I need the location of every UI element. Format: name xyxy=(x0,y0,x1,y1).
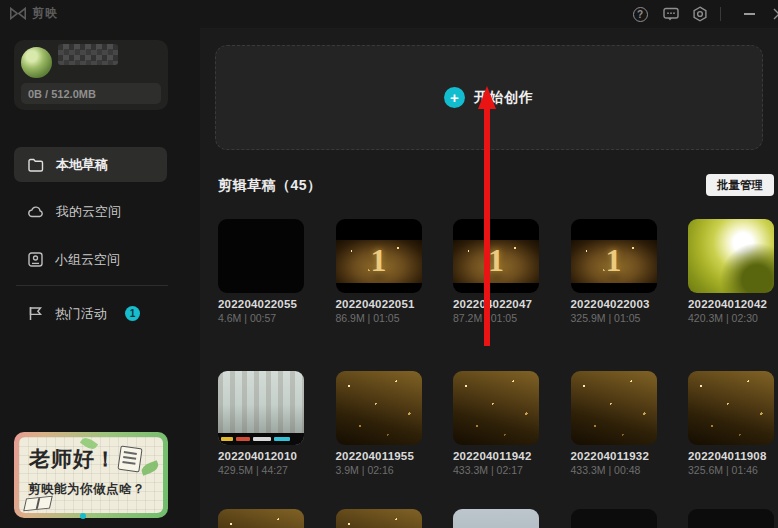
feedback-icon xyxy=(663,7,679,22)
draft-card xyxy=(336,509,422,528)
draft-name: 202204012042 xyxy=(688,298,774,310)
drafts-section-title: 剪辑草稿（45） xyxy=(218,177,322,195)
username-blurred xyxy=(58,44,118,65)
draft-card: 202204011955 3.9M | 02:16 xyxy=(336,371,422,476)
start-creating-label: 开始创作 xyxy=(474,89,534,107)
draft-thumbnail[interactable] xyxy=(218,371,304,445)
draft-thumbnail[interactable] xyxy=(218,219,304,293)
minimize-icon xyxy=(744,13,755,15)
sidebar-item-label: 我的云空间 xyxy=(56,203,121,221)
main-panel: + 开始创作 剪辑草稿（45） 批量管理 202204022055 4.6M |… xyxy=(200,28,778,528)
drafts-row: 202204022055 4.6M | 00:57 1 202204022051… xyxy=(218,219,774,324)
sidebar-item-local-drafts[interactable]: 本地草稿 xyxy=(14,147,167,182)
draft-name: 202204022055 xyxy=(218,298,304,310)
draft-card xyxy=(218,509,304,528)
draft-thumbnail[interactable]: 1 xyxy=(336,219,422,293)
gold-band: 1 xyxy=(571,240,657,283)
sidebar-item-label: 小组云空间 xyxy=(55,251,120,269)
draft-meta: 87.2M | 01:05 xyxy=(453,312,539,324)
notebook-doodle-icon xyxy=(117,446,142,473)
draft-meta: 433.3M | 00:48 xyxy=(571,464,657,476)
app-name: 剪映 xyxy=(32,5,58,22)
draft-thumbnail[interactable] xyxy=(688,219,774,293)
draft-name: 202204022051 xyxy=(336,298,422,310)
draft-card: 202204012010 429.5M | 44:27 xyxy=(218,371,304,476)
draft-meta: 3.9M | 02:16 xyxy=(336,464,422,476)
gear-icon xyxy=(692,6,708,22)
draft-thumbnail[interactable] xyxy=(571,509,657,528)
sidebar-item-hot-activities[interactable]: 热门活动 1 xyxy=(14,296,167,331)
settings-button[interactable] xyxy=(689,3,711,25)
draft-thumbnail[interactable] xyxy=(336,371,422,445)
drafts-row: 202204012010 429.5M | 44:27 202204011955… xyxy=(218,371,774,476)
draft-card xyxy=(571,509,657,528)
gold-number-one: 1 xyxy=(606,242,622,279)
draft-thumbnail[interactable] xyxy=(688,371,774,445)
start-creating-button[interactable]: + 开始创作 xyxy=(215,45,763,150)
titlebar: 剪映 ? xyxy=(0,0,778,28)
storage-usage: 0B / 512.0MB xyxy=(21,83,161,104)
activity-count-badge: 1 xyxy=(125,306,140,321)
promo-banner-inner: 老师好！ 剪映能为你做点啥？ xyxy=(19,437,163,513)
promo-subtitle: 剪映能为你做点啥？ xyxy=(28,481,145,498)
group-space-icon xyxy=(28,252,43,267)
plus-icon: + xyxy=(444,87,465,108)
user-card[interactable]: 0B / 512.0MB xyxy=(14,40,168,110)
draft-card xyxy=(453,509,539,528)
sidebar-item-group-cloud[interactable]: 小组云空间 xyxy=(14,242,167,277)
draft-thumbnail[interactable] xyxy=(218,509,304,528)
promo-title: 老师好！ xyxy=(29,445,117,473)
help-icon: ? xyxy=(633,7,648,22)
draft-name: 202204011942 xyxy=(453,450,539,462)
draft-card: 1 202204022051 86.9M | 01:05 xyxy=(336,219,422,324)
draft-thumbnail[interactable]: 1 xyxy=(453,219,539,293)
draft-card: 1 202204022003 325.9M | 01:05 xyxy=(571,219,657,324)
feedback-button[interactable] xyxy=(660,3,682,25)
gold-band: 1 xyxy=(336,240,422,283)
batch-manage-button[interactable]: 批量管理 xyxy=(706,174,774,196)
draft-meta: 429.5M | 44:27 xyxy=(218,464,304,476)
draft-meta: 86.9M | 01:05 xyxy=(336,312,422,324)
draft-meta: 325.9M | 01:05 xyxy=(571,312,657,324)
draft-name: 202204011908 xyxy=(688,450,774,462)
titlebar-divider xyxy=(720,7,721,21)
draft-card: 202204011932 433.3M | 00:48 xyxy=(571,371,657,476)
promo-banner[interactable]: 老师好！ 剪映能为你做点啥？ xyxy=(14,432,168,518)
drafts-header: 剪辑草稿（45） 批量管理 xyxy=(218,174,774,198)
sidebar-item-label: 本地草稿 xyxy=(56,156,108,174)
app-logo: 剪映 xyxy=(10,5,58,22)
help-button[interactable]: ? xyxy=(629,3,651,25)
sidebar-item-my-cloud[interactable]: 我的云空间 xyxy=(14,194,167,229)
leaf-decoration-icon xyxy=(140,460,160,476)
draft-name: 202204012010 xyxy=(218,450,304,462)
user-avatar[interactable] xyxy=(21,47,52,78)
draft-card xyxy=(688,509,774,528)
draft-thumbnail[interactable]: 1 xyxy=(571,219,657,293)
close-icon xyxy=(772,7,778,21)
close-button[interactable] xyxy=(768,3,778,25)
city-caption-strip xyxy=(218,433,304,445)
draft-card: 202204012042 420.3M | 02:30 xyxy=(688,219,774,324)
gold-number-one: 1 xyxy=(488,242,504,279)
open-book-doodle-icon xyxy=(23,496,53,512)
cloud-icon xyxy=(28,205,44,218)
carousel-dot[interactable] xyxy=(80,513,86,519)
draft-thumbnail[interactable] xyxy=(688,509,774,528)
gold-number-one: 1 xyxy=(371,242,387,279)
draft-name: 202204011932 xyxy=(571,450,657,462)
draft-thumbnail[interactable] xyxy=(571,371,657,445)
draft-card: 202204011942 433.3M | 02:17 xyxy=(453,371,539,476)
draft-thumbnail[interactable] xyxy=(453,371,539,445)
draft-meta: 4.6M | 00:57 xyxy=(218,312,304,324)
draft-name: 202204011955 xyxy=(336,450,422,462)
draft-name: 202204022047 xyxy=(453,298,539,310)
sidebar-item-label: 热门活动 xyxy=(55,305,107,323)
minimize-button[interactable] xyxy=(738,3,760,25)
draft-thumbnail[interactable] xyxy=(336,509,422,528)
folder-icon xyxy=(28,158,44,172)
draft-card: 1 202204022047 87.2M | 01:05 xyxy=(453,219,539,324)
draft-meta: 433.3M | 02:17 xyxy=(453,464,539,476)
sidebar: 0B / 512.0MB 本地草稿 我的云空间 小组云空间 xyxy=(0,28,200,528)
draft-meta: 420.3M | 02:30 xyxy=(688,312,774,324)
draft-thumbnail[interactable] xyxy=(453,509,539,528)
